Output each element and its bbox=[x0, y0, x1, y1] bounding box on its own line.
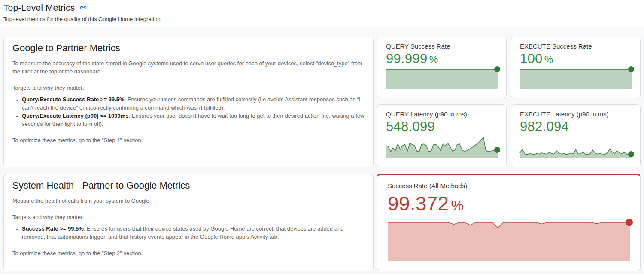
google-to-partner-footer: To optimize these metrics, go to the "St… bbox=[12, 136, 365, 144]
stat-title: QUERY Success Rate bbox=[386, 43, 498, 50]
google-to-partner-title: Google to Partner Metrics bbox=[12, 43, 365, 54]
stat-unit: % bbox=[429, 54, 438, 65]
query-success-rate-card: QUERY Success Rate 99.999% bbox=[377, 37, 507, 98]
left-column: Google to Partner Metrics To measure the… bbox=[3, 37, 374, 271]
stat-title: EXECUTE Latency (p90 in ms) bbox=[520, 110, 632, 118]
sparkline-end-dot bbox=[628, 151, 634, 157]
stat-number: 548.099 bbox=[386, 119, 435, 134]
stat-unit: % bbox=[544, 54, 553, 65]
execute-success-rate-card: EXECUTE Success Rate 100% bbox=[511, 37, 641, 98]
google-to-partner-intro: To measure the accuracy of the state sto… bbox=[12, 59, 365, 76]
stat-number: 100 bbox=[520, 51, 543, 66]
sparkline-chart bbox=[520, 135, 632, 158]
list-item: Query/Execute Success Rate >= 99.5%: Ens… bbox=[22, 95, 365, 112]
sparkline-chart bbox=[388, 222, 630, 261]
system-health-title: System Health - Partner to Google Metric… bbox=[12, 180, 365, 191]
stat-value: 100% bbox=[520, 51, 632, 67]
list-item: Query/Execute Latency (p90) <= 1000ms: E… bbox=[22, 112, 365, 128]
right-column: QUERY Success Rate 99.999% EXECUTE Succe… bbox=[377, 37, 641, 271]
targets-list: Query/Execute Success Rate >= 99.5%: Ens… bbox=[12, 95, 365, 128]
link-icon bbox=[79, 4, 87, 12]
metrics-dashboard: Google to Partner Metrics To measure the… bbox=[0, 27, 644, 274]
bullet-term: Query/Execute Success Rate >= 99.5% bbox=[22, 96, 124, 103]
system-health-intro: Measure the health of calls from your sy… bbox=[12, 197, 365, 205]
sparkline-end-dot bbox=[628, 66, 634, 72]
success-rate-all-methods-card: Success Rate (All Methods) 99.372% bbox=[377, 174, 641, 271]
stat-number: 982.094 bbox=[520, 119, 569, 134]
page-header: Top-Level Metrics Top-level metrics for … bbox=[0, 0, 644, 27]
system-health-card: System Health - Partner to Google Metric… bbox=[3, 174, 374, 271]
stat-number: 99.999 bbox=[386, 51, 428, 66]
stat-value: 99.999% bbox=[386, 51, 498, 67]
stat-row-1: QUERY Success Rate 99.999% EXECUTE Succe… bbox=[377, 37, 641, 98]
query-latency-card: QUERY Latency (p90 in ms) 548.099 bbox=[377, 104, 507, 167]
stat-title: QUERY Latency (p90 in ms) bbox=[386, 110, 498, 118]
google-to-partner-card: Google to Partner Metrics To measure the… bbox=[3, 37, 374, 167]
stat-number: 99.372 bbox=[388, 192, 449, 215]
stat-value: 982.094 bbox=[520, 119, 632, 134]
stat-value: 548.099 bbox=[386, 119, 498, 134]
stat-value: 99.372% bbox=[388, 192, 630, 215]
stat-unit: % bbox=[451, 198, 464, 213]
targets-label: Targets and why they matter: bbox=[12, 213, 365, 221]
bullet-term: Query/Execute Latency (p90) <= 1000ms bbox=[22, 113, 129, 119]
execute-latency-card: EXECUTE Latency (p90 in ms) 982.094 bbox=[511, 104, 641, 167]
list-item: Success Rate >= 99.5%: Ensures for users… bbox=[22, 225, 365, 241]
system-health-footer: To optimize these metrics, go to the "St… bbox=[12, 249, 365, 257]
stat-title: EXECUTE Success Rate bbox=[520, 43, 632, 50]
page-subtitle: Top-level metrics for the quality of thi… bbox=[3, 16, 640, 22]
targets-label: Targets and why they matter: bbox=[12, 84, 365, 92]
page-title: Top-Level Metrics bbox=[3, 3, 75, 13]
section-anchor-link[interactable] bbox=[79, 4, 87, 12]
sparkline-chart bbox=[520, 69, 632, 89]
sparkline-chart bbox=[386, 135, 498, 158]
stat-row-2: QUERY Latency (p90 in ms) 548.099 EXECUT… bbox=[377, 104, 641, 167]
sparkline-end-dot bbox=[626, 219, 633, 226]
sparkline-end-dot bbox=[494, 147, 500, 153]
stat-title: Success Rate (All Methods) bbox=[388, 182, 630, 189]
targets-list: Success Rate >= 99.5%: Ensures for users… bbox=[12, 225, 365, 241]
sparkline-end-dot bbox=[494, 66, 500, 72]
sparkline-chart bbox=[386, 69, 498, 89]
bullet-term: Success Rate >= 99.5% bbox=[22, 225, 84, 232]
